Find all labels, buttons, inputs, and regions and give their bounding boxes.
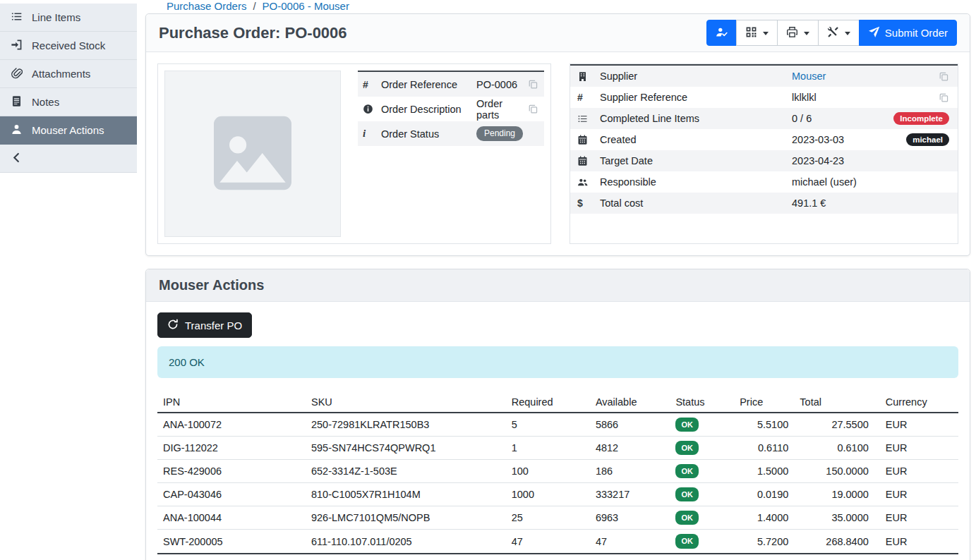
column-header-currency: Currency	[874, 392, 958, 413]
cell-price: 0.6110	[734, 437, 794, 460]
info-circle-icon	[363, 104, 381, 114]
order-description-value: Order parts	[476, 98, 522, 121]
detail-row-supplier: Supplier Mouser	[570, 66, 958, 87]
sidebar-item-label: Attachments	[32, 68, 90, 80]
order-actions-menu-button[interactable]	[818, 20, 860, 46]
paperclip-icon	[11, 67, 23, 81]
cell-sku: 595-SN74HCS74QPWRQ1	[306, 437, 506, 460]
cell-available: 6963	[590, 506, 670, 530]
print-menu-button[interactable]	[777, 20, 819, 46]
sidebar-item-label: Notes	[32, 96, 59, 108]
sidebar-item-label: Mouser Actions	[32, 124, 104, 136]
sidebar-item-attachments[interactable]: Attachments	[0, 60, 137, 88]
cell-available: 333217	[590, 483, 670, 506]
status-alert-text: 200 OK	[169, 356, 205, 368]
detail-label: Supplier	[600, 71, 792, 82]
cell-price: 1.5000	[734, 460, 794, 483]
line-items-table: IPN SKU Required Available Status Price …	[157, 392, 958, 560]
building-icon	[577, 71, 600, 82]
cell-sku: 652-3314Z-1-503E	[306, 460, 506, 483]
status-ok-badge: OK	[675, 418, 699, 432]
table-row: CAP-043046 810-C1005X7R1H104M 1000 33321…	[157, 483, 958, 506]
mouser-actions-body: Transfer PO 200 OK IPN SKU Required	[146, 302, 970, 560]
cell-price: 5.5100	[734, 413, 794, 437]
cell-required: 25	[506, 506, 590, 530]
cell-available: 186	[590, 460, 670, 483]
table-header-row: IPN SKU Required Available Status Price …	[157, 392, 958, 413]
cell-currency: EUR	[874, 460, 958, 483]
status-ok-badge: OK	[675, 441, 699, 455]
sidebar-item-received-stock[interactable]: Received Stock	[0, 32, 137, 60]
cell-sku: 250-72981KLRATR150B3	[306, 413, 506, 437]
image-placeholder-icon	[206, 106, 299, 202]
table-row: RES-429006 652-3314Z-1-503E 100 186 OK 1…	[157, 460, 958, 483]
breadcrumb: Purchase Orders / PO-0006 - Mouser	[145, 0, 970, 12]
sidebar-collapse-button[interactable]	[0, 145, 137, 173]
main-content: Purchase Orders / PO-0006 - Mouser Purch…	[137, 0, 976, 560]
user-check-icon	[716, 26, 728, 40]
table-row: SWT-200005 611-110.107.011/0205 47 47 OK…	[157, 530, 958, 554]
copy-icon[interactable]	[528, 79, 538, 90]
submit-order-label: Submit Order	[885, 27, 948, 39]
supplier-detail-table: Supplier Mouser # Supplier Reference lkl…	[570, 64, 958, 214]
supplier-link[interactable]: Mouser	[792, 71, 826, 82]
sidebar-item-line-items[interactable]: Line Items	[0, 4, 137, 32]
header-actions: Submit Order	[706, 20, 957, 46]
tools-icon	[827, 26, 839, 40]
cell-status: OK	[670, 413, 734, 437]
calendar-icon	[577, 135, 600, 145]
cell-sku: 810-C1005X7R1H104M	[306, 483, 506, 506]
cell-total: 19.0000	[794, 483, 874, 506]
cell-available: 4812	[590, 437, 670, 460]
hash-icon: #	[363, 79, 381, 90]
submit-order-button[interactable]: Submit Order	[859, 20, 957, 46]
cell-total: 150.0000	[794, 460, 874, 483]
detail-row-order-status: i Order Status Pending	[358, 121, 544, 146]
sidebar-item-mouser-actions[interactable]: Mouser Actions	[0, 116, 137, 145]
detail-label: Completed Line Items	[600, 113, 792, 124]
cell-currency: EUR	[874, 530, 958, 554]
sidebar-item-label: Line Items	[32, 11, 80, 23]
purchase-order-card-header: Purchase Order: PO-0006	[146, 14, 970, 52]
barcode-menu-button[interactable]	[736, 20, 778, 46]
cell-total: 35.0000	[794, 506, 874, 530]
cell-ipn: ANA-100044	[157, 506, 306, 530]
detail-label: Order Reference	[381, 79, 476, 90]
user-icon	[11, 123, 23, 138]
copy-icon[interactable]	[528, 104, 538, 114]
mouser-actions-title: Mouser Actions	[159, 277, 264, 293]
chevron-down-icon	[804, 32, 809, 38]
cell-status: OK	[670, 437, 734, 460]
incomplete-badge: Incomplete	[893, 112, 949, 126]
column-header-available: Available	[590, 392, 670, 413]
chevron-down-icon	[845, 32, 850, 38]
cell-status: OK	[670, 506, 734, 530]
detail-label: Created	[600, 134, 792, 145]
breadcrumb-link-purchase-orders[interactable]: Purchase Orders	[167, 0, 246, 12]
copy-icon[interactable]	[939, 92, 949, 103]
cell-required: 47	[506, 530, 590, 554]
cell-available: 5866	[590, 413, 670, 437]
part-image-placeholder[interactable]	[164, 71, 341, 237]
order-reference-value: PO-0006	[476, 79, 517, 90]
column-header-price: Price	[734, 392, 794, 413]
list-icon	[11, 11, 23, 25]
created-by-badge: michael	[906, 133, 949, 147]
column-header-required: Required	[506, 392, 590, 413]
qr-code-icon	[745, 26, 757, 40]
refresh-icon	[167, 319, 179, 332]
sidebar-item-notes[interactable]: Notes	[0, 88, 137, 116]
transfer-po-button[interactable]: Transfer PO	[157, 312, 252, 338]
column-header-total: Total	[794, 392, 874, 413]
breadcrumb-link-current-order[interactable]: PO-0006 - Mouser	[263, 0, 349, 12]
list-check-icon	[577, 114, 600, 124]
cell-sku: 611-110.107.011/0205	[306, 530, 506, 554]
cell-ipn: DIG-112022	[157, 437, 306, 460]
purchase-order-card: Purchase Order: PO-0006	[145, 13, 970, 256]
created-value: 2023-03-03	[792, 134, 844, 145]
assign-user-button[interactable]	[706, 20, 737, 46]
copy-icon[interactable]	[939, 71, 949, 82]
cell-ipn: SWT-200005	[157, 530, 306, 554]
detail-label: Order Description	[381, 104, 476, 115]
sign-in-icon	[11, 39, 23, 53]
